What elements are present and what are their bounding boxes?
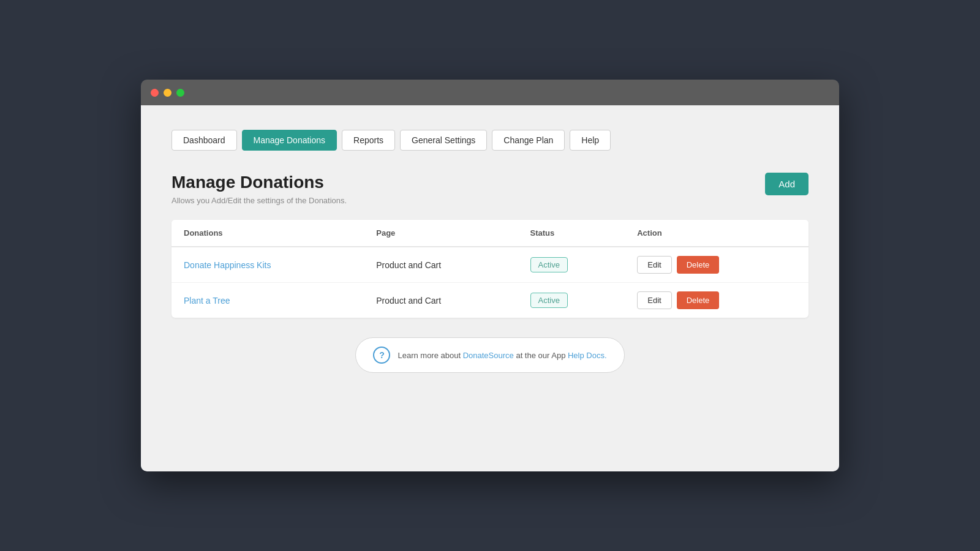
table-header: Donations Page Status Action: [172, 220, 809, 247]
table-body: Donate Happiness Kits Product and Cart A…: [172, 247, 809, 318]
page-header: Manage Donations Allows you Add/Edit the…: [172, 173, 809, 205]
footer-box: ? Learn more about DonateSource at the o…: [355, 337, 624, 373]
footer-text-middle: at the our App: [514, 351, 568, 360]
footer-info: ? Learn more about DonateSource at the o…: [172, 337, 809, 373]
page-subtitle: Allows you Add/Edit the settings of the …: [172, 196, 347, 205]
col-donations: Donations: [172, 220, 364, 247]
footer-brand-link[interactable]: DonateSource: [463, 351, 514, 360]
edit-button-1[interactable]: Edit: [637, 256, 671, 274]
page-title: Manage Donations: [172, 173, 347, 192]
action-group-1: Edit Delete: [637, 256, 796, 274]
main-content: Dashboard Manage Donations Reports Gener…: [141, 105, 839, 471]
delete-button-2[interactable]: Delete: [677, 291, 720, 309]
footer-text-before: Learn more about: [398, 351, 462, 360]
status-badge-1: Active: [530, 257, 568, 272]
donation-name-1: Donate Happiness Kits: [172, 247, 364, 283]
donations-table: Donations Page Status Action Donate Happ…: [172, 220, 809, 318]
nav-help[interactable]: Help: [570, 130, 611, 151]
delete-button-1[interactable]: Delete: [677, 256, 720, 274]
col-page: Page: [364, 220, 518, 247]
minimize-button[interactable]: [164, 89, 172, 97]
add-button[interactable]: Add: [765, 173, 809, 195]
donation-action-1: Edit Delete: [625, 247, 809, 283]
footer-text: Learn more about DonateSource at the our…: [398, 351, 606, 360]
app-window: Dashboard Manage Donations Reports Gener…: [141, 80, 839, 471]
status-badge-2: Active: [530, 293, 568, 308]
nav-change-plan[interactable]: Change Plan: [492, 130, 565, 151]
footer-help-link[interactable]: Help Docs.: [568, 351, 607, 360]
edit-button-2[interactable]: Edit: [637, 291, 671, 309]
nav-manage-donations[interactable]: Manage Donations: [242, 130, 337, 151]
close-button[interactable]: [151, 89, 159, 97]
nav-reports[interactable]: Reports: [342, 130, 395, 151]
donation-status-2: Active: [518, 283, 625, 318]
donation-page-2: Product and Cart: [364, 283, 518, 318]
donation-link-2[interactable]: Plant a Tree: [184, 296, 230, 305]
action-group-2: Edit Delete: [637, 291, 796, 309]
titlebar: [141, 80, 839, 105]
nav-dashboard[interactable]: Dashboard: [172, 130, 237, 151]
table-row: Donate Happiness Kits Product and Cart A…: [172, 247, 809, 283]
donations-table-container: Donations Page Status Action Donate Happ…: [172, 220, 809, 318]
page-title-block: Manage Donations Allows you Add/Edit the…: [172, 173, 347, 205]
col-action: Action: [625, 220, 809, 247]
nav-bar: Dashboard Manage Donations Reports Gener…: [172, 130, 809, 151]
col-status: Status: [518, 220, 625, 247]
maximize-button[interactable]: [176, 89, 184, 97]
donation-status-1: Active: [518, 247, 625, 283]
nav-general-settings[interactable]: General Settings: [400, 130, 487, 151]
donation-name-2: Plant a Tree: [172, 283, 364, 318]
question-icon: ?: [373, 347, 390, 364]
donation-action-2: Edit Delete: [625, 283, 809, 318]
donation-link-1[interactable]: Donate Happiness Kits: [184, 260, 271, 270]
table-row: Plant a Tree Product and Cart Active Edi…: [172, 283, 809, 318]
donation-page-1: Product and Cart: [364, 247, 518, 283]
